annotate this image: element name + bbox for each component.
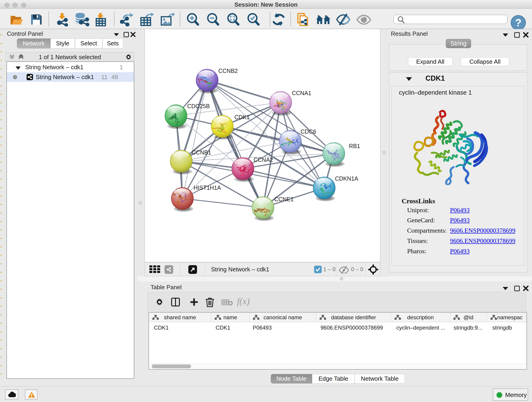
svg-text:RB1: RB1: [349, 143, 360, 149]
svg-text:CDKN1A: CDKN1A: [335, 175, 358, 182]
svg-text:HIST1H1A: HIST1H1A: [194, 185, 221, 191]
svg-text:CDC25B: CDC25B: [187, 103, 210, 109]
svg-text:CCNA1: CCNA1: [292, 90, 311, 96]
svg-text:CDK1: CDK1: [234, 114, 250, 120]
svg-text:CCNB2: CCNB2: [218, 68, 238, 74]
svg-text:CCNA2: CCNA2: [254, 157, 273, 163]
svg-text:CCNB1: CCNB1: [192, 149, 211, 156]
svg-text:CDC6: CDC6: [301, 128, 316, 135]
svg-text:CCNE1: CCNE1: [274, 196, 294, 202]
